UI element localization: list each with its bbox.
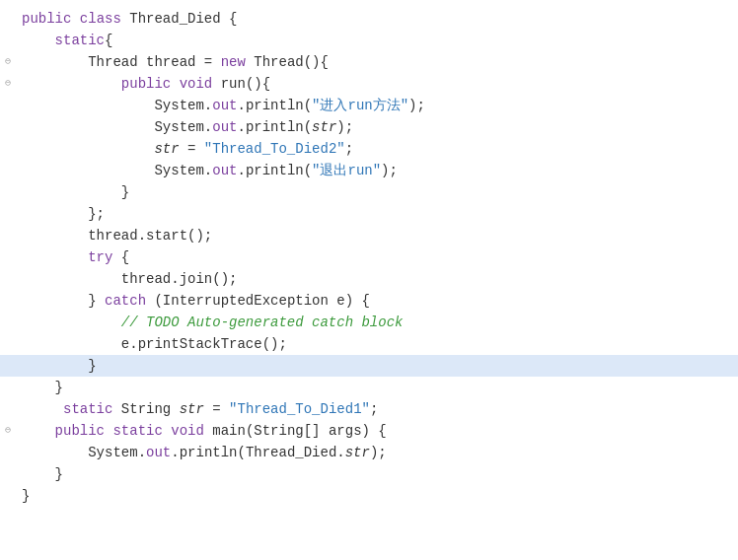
code-line-9: } [0,181,738,203]
gutter-4: ⊖ [0,73,18,95]
gutter-20: ⊖ [0,420,18,442]
code-content-18: } [18,377,738,398]
code-line-23: } [0,485,738,507]
code-content-20: public static void main(String[] args) { [18,420,738,442]
code-content-13: thread.join(); [18,268,738,290]
code-line-16: e.printStackTrace(); [0,333,738,355]
code-line-20: ⊖ public static void main(String[] args)… [0,420,738,442]
fold-icon-3[interactable]: ⊖ [5,51,11,73]
code-line-17: } [0,355,738,377]
fold-icon-20[interactable]: ⊖ [5,420,11,442]
code-line-22: } [0,463,738,485]
code-line-14: } catch (InterruptedException e) { [0,290,738,312]
code-content-3: Thread thread = new Thread(){ [18,51,738,73]
code-content-19: static String str = "Thread_To_Died1"; [18,398,738,420]
code-content-14: } catch (InterruptedException e) { [18,290,738,312]
code-line-8: System.out.println("退出run"); [0,160,738,181]
code-content-1: public class Thread_Died { [18,8,738,30]
code-line-5: System.out.println("进入run方法"); [0,95,738,116]
code-content-9: } [18,181,738,203]
code-line-4: ⊖ public void run(){ [0,73,738,95]
code-line-13: thread.join(); [0,268,738,290]
code-editor: public class Thread_Died { static{ ⊖ Thr… [0,0,738,560]
code-content-7: str = "Thread_To_Died2"; [18,138,738,160]
code-line-11: thread.start(); [0,225,738,246]
code-content-15: // TODO Auto-generated catch block [18,312,738,333]
code-content-5: System.out.println("进入run方法"); [18,95,738,116]
code-line-10: }; [0,203,738,225]
code-content-16: e.printStackTrace(); [18,333,738,355]
code-content-21: System.out.println(Thread_Died.str); [18,442,738,463]
code-content-22: } [18,463,738,485]
code-line-18: } [0,377,738,398]
code-content-10: }; [18,203,738,225]
code-line-15: // TODO Auto-generated catch block [0,312,738,333]
code-content-23: } [18,485,738,507]
code-content-4: public void run(){ [18,73,738,95]
code-line-1: public class Thread_Died { [0,8,738,30]
code-content-11: thread.start(); [18,225,738,246]
code-content-2: static{ [18,30,738,51]
code-line-19: static String str = "Thread_To_Died1"; [0,398,738,420]
code-content-17: } [18,355,738,377]
code-line-3: ⊖ Thread thread = new Thread(){ [0,51,738,73]
fold-icon-4[interactable]: ⊖ [5,73,11,95]
gutter-3: ⊖ [0,51,18,73]
code-content-6: System.out.println(str); [18,116,738,138]
code-line-7: str = "Thread_To_Died2"; [0,138,738,160]
code-line-21: System.out.println(Thread_Died.str); [0,442,738,463]
code-line-6: System.out.println(str); [0,116,738,138]
code-line-2: static{ [0,30,738,51]
code-content-12: try { [18,246,738,268]
code-content-8: System.out.println("退出run"); [18,160,738,181]
code-line-12: try { [0,246,738,268]
